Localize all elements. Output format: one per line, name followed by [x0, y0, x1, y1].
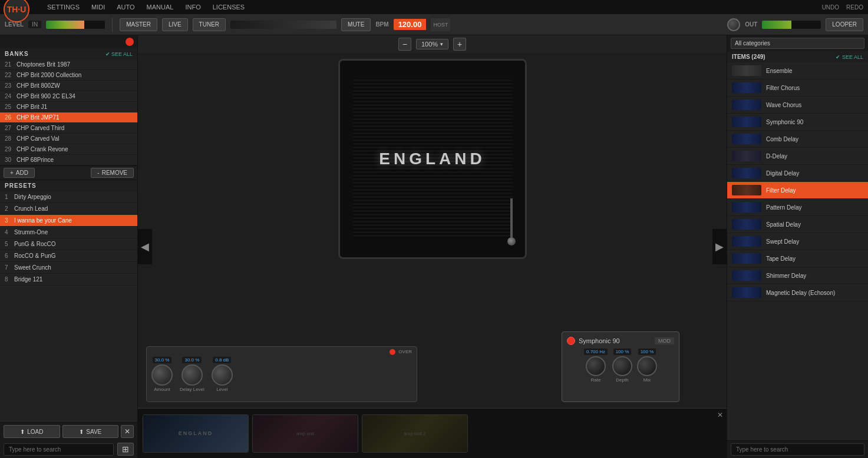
preview-item: amp unit [252, 414, 358, 453]
right-see-all[interactable]: ✔ SEE ALL [836, 54, 863, 60]
preset-item[interactable]: 6RocCO & PunG [0, 250, 137, 262]
bank-item[interactable]: 27CHP Carved Third [0, 123, 137, 134]
effect-item-swept-delay[interactable]: Swept Delay [727, 233, 868, 250]
effect-item-spatial-delay[interactable]: Spatial Delay [727, 216, 868, 233]
nav-left-arrow[interactable]: ◀ [138, 229, 152, 264]
mod-name: Symphonic 90 [579, 337, 620, 344]
preset-item[interactable]: 2Crunch Lead [0, 203, 137, 215]
items-count: ITEMS (249) [732, 54, 765, 60]
mod-tag: MOD [655, 337, 674, 344]
menu-info[interactable]: INFO [185, 4, 200, 11]
depth-label: Depth [616, 377, 628, 383]
bank-item[interactable]: 25CHP Brit J1 [0, 102, 137, 112]
level-knob[interactable] [212, 364, 233, 386]
amp-brand: ENGLAND [379, 150, 485, 168]
banks-title: BANKS [5, 51, 29, 57]
effect-item-d-delay[interactable]: D-Delay [727, 148, 868, 165]
bank-item[interactable]: 30CHP 68Prince [0, 155, 137, 165]
preset-item[interactable]: 7Sweet Crunch [0, 262, 137, 274]
preview-item: ENGLAND [143, 414, 249, 453]
bpm-display: 120.00 [394, 19, 427, 30]
out-meter [762, 21, 821, 29]
menu-auto[interactable]: AUTO [117, 4, 134, 11]
effect-item-ensemble[interactable]: Ensemble [727, 62, 868, 79]
menu-licenses[interactable]: LICENSES [213, 4, 245, 11]
bank-list: 21Choptones Brit 1987 22CHP Brit 2000 Co… [0, 59, 137, 165]
effect-item-digital-delay[interactable]: Digital Delay [727, 165, 868, 182]
effect-item-filter-chorus[interactable]: Filter Chorus [727, 79, 868, 97]
amount-label: Amount [154, 387, 170, 392]
preset-list: 1Dirty Arpeggio 2Crunch Lead 3I wanna be… [0, 191, 137, 422]
effect-list: Ensemble Filter Chorus Wave Chorus Symph… [727, 62, 868, 440]
level-knob-label: Level [216, 387, 227, 392]
bank-item[interactable]: 23CHP Brit 800ZW [0, 81, 137, 91]
save-button[interactable]: ⬆SAVE [62, 425, 119, 438]
preset-search-input[interactable] [4, 443, 114, 456]
depth-knob[interactable] [612, 356, 632, 376]
category-select[interactable]: All categories [731, 38, 864, 49]
preset-item[interactable]: 4Strumm-One [0, 227, 137, 238]
nav-right-arrow[interactable]: ▶ [712, 229, 727, 264]
effect-item-comb-delay[interactable]: Comb Delay [727, 131, 868, 148]
preview-close-button[interactable]: ✕ [717, 411, 723, 419]
out-label: OUT [745, 21, 757, 28]
overload-indicator: OVER [398, 349, 412, 354]
remove-button[interactable]: -REMOVE [91, 168, 134, 178]
live-button[interactable]: LIVE [162, 18, 188, 31]
in-label: IN [28, 21, 41, 28]
bank-item[interactable]: 28CHP Carved Val [0, 134, 137, 144]
effect-item-magnetic-delay[interactable]: Magnetic Delay (Echoson) [727, 284, 868, 301]
effect-item-pattern-delay[interactable]: Pattern Delay [727, 199, 868, 216]
delay-level-knob[interactable] [181, 364, 203, 386]
mute-button[interactable]: MUTE [341, 18, 371, 31]
level-meter [46, 21, 105, 29]
preset-item[interactable]: 8Bridge 121 [0, 274, 137, 286]
record-indicator [126, 38, 134, 46]
load-button[interactable]: ⬆LOAD [4, 425, 60, 438]
rate-label: Rate [591, 377, 601, 383]
bank-item[interactable]: 21Choptones Brit 1987 [0, 59, 137, 70]
preview-item: amp unit 2 [362, 414, 468, 453]
master-button[interactable]: MASTER [120, 18, 157, 31]
menu-midi[interactable]: MIDI [91, 4, 105, 11]
preset-item[interactable]: 5PunG & RocCO [0, 238, 137, 250]
bank-item-active[interactable]: 26CHP Brit JMP71 [0, 112, 137, 123]
effect-item-symphonic-90[interactable]: Symphonic 90 [727, 114, 868, 131]
effect-search-input[interactable] [731, 443, 864, 456]
zoom-out-button[interactable]: − [398, 38, 411, 51]
delay-level-label: Delay Level [180, 387, 204, 392]
tuner-button[interactable]: TUNER [193, 18, 226, 31]
mix-label: Mix [643, 377, 651, 383]
host-label: HOST [431, 18, 450, 31]
bank-item[interactable]: 24CHP Brit 900 2C EL34 [0, 91, 137, 102]
mod-power-button[interactable] [567, 337, 575, 345]
looper-button[interactable]: LOOPER [826, 18, 863, 31]
tuner-meter [230, 21, 336, 29]
zoom-display[interactable]: 100%▾ [416, 39, 448, 49]
amount-knob[interactable] [151, 364, 173, 386]
grid-view-button[interactable]: ⊞ [117, 443, 134, 456]
add-button[interactable]: +ADD [4, 168, 35, 178]
bpm-label: BPM [375, 21, 388, 28]
zoom-in-button[interactable]: + [453, 38, 466, 51]
out-knob[interactable] [727, 18, 740, 31]
undo-button[interactable]: UNDO [822, 4, 839, 11]
presets-title: PRESETS [5, 182, 37, 189]
preset-item-active[interactable]: 3I wanna be your Cane [0, 215, 137, 227]
mix-knob[interactable] [637, 356, 657, 376]
menu-settings[interactable]: SETTINGS [47, 4, 80, 11]
effect-item-tape-delay[interactable]: Tape Delay [727, 250, 868, 267]
close-preset-button[interactable]: ✕ [121, 425, 134, 438]
rate-knob[interactable] [586, 356, 606, 376]
bank-item[interactable]: 29CHP Crank Revone [0, 144, 137, 155]
effect-item-filter-delay[interactable]: Filter Delay [727, 182, 868, 199]
banks-see-all[interactable]: ✔ SEE ALL [105, 51, 133, 57]
preset-item[interactable]: 1Dirty Arpeggio [0, 191, 137, 203]
overload-led [390, 349, 395, 355]
redo-button[interactable]: REDO [846, 4, 863, 11]
effect-item-shimmer-delay[interactable]: Shimmer Delay [727, 267, 868, 284]
menu-manual[interactable]: MANUAL [147, 4, 174, 11]
bank-item[interactable]: 22CHP Brit 2000 Collection [0, 70, 137, 81]
effect-item-wave-chorus[interactable]: Wave Chorus [727, 97, 868, 114]
